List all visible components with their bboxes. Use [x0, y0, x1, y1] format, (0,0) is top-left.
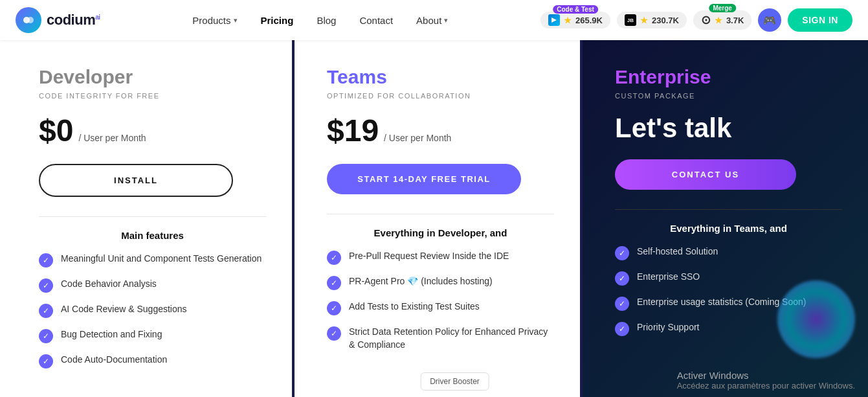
list-item: ✓ Strict Data Retention Policy for Enhan…: [327, 326, 554, 351]
enterprise-price-row: Let's talk: [615, 113, 842, 144]
orb-decoration: [777, 280, 855, 358]
pricing-section: Developer CODE INTEGRITY FOR FREE $0 / U…: [0, 40, 868, 397]
developer-features-title: Main features: [39, 230, 266, 241]
feature-text: AI Code Review & Suggestions: [61, 303, 187, 316]
star-icon-vscode: ★: [564, 16, 572, 25]
nav-pricing[interactable]: Pricing: [252, 10, 303, 31]
vscode-icon: [548, 14, 560, 26]
check-icon: ✓: [327, 326, 341, 341]
logo-icon: [16, 7, 41, 33]
teams-subtitle: OPTIMIZED FOR COLLABORATION: [327, 92, 554, 100]
feature-text: Bug Detection and Fixing: [61, 328, 162, 341]
list-item: ✓ PR-Agent Pro 💎 (Includes hosting): [327, 275, 554, 290]
check-icon: ✓: [327, 251, 341, 265]
github-badge-label: Merge: [709, 4, 735, 12]
windows-notice-subtitle: Accédez aux paramètres pour activer Wind…: [677, 381, 855, 391]
contact-button[interactable]: CONTACT US: [615, 159, 796, 190]
teams-price-per: / User per Month: [384, 133, 451, 143]
check-icon: ✓: [615, 246, 629, 260]
chevron-down-icon-about: ▾: [444, 16, 448, 25]
enterprise-plan-name: Enterprise: [615, 66, 842, 88]
list-item: ✓ Code Behavior Analysis: [39, 278, 266, 293]
trial-button[interactable]: START 14-DAY FREE TRIAL: [327, 164, 521, 194]
enterprise-card: Enterprise CUSTOM PACKAGE Let's talk CON…: [583, 40, 868, 397]
divider: [39, 216, 266, 217]
windows-notice: Activer Windows Accédez aux paramètres p…: [677, 370, 855, 391]
list-item: ✓ Meaningful Unit and Component Tests Ge…: [39, 253, 266, 267]
jetbrains-stat[interactable]: JB ★ 230.7K: [617, 12, 687, 28]
check-icon: ✓: [39, 278, 53, 293]
discord-icon: 🎮: [763, 14, 776, 27]
enterprise-subtitle: CUSTOM PACKAGE: [615, 92, 842, 100]
nav-links: Products ▾ Pricing Blog Contact About ▾: [183, 10, 457, 31]
developer-subtitle: CODE INTEGRITY FOR FREE: [39, 92, 266, 100]
jetbrains-icon: JB: [625, 14, 636, 26]
feature-text: Pre-Pull Request Review Inside the IDE: [349, 250, 509, 263]
chevron-down-icon: ▾: [234, 16, 238, 25]
feature-text: Code Auto-Documentation: [61, 354, 167, 367]
check-icon: ✓: [39, 253, 53, 267]
developer-card: Developer CODE INTEGRITY FOR FREE $0 / U…: [0, 40, 295, 397]
driver-booster-tooltip: Driver Booster: [420, 372, 489, 391]
nav-about[interactable]: About ▾: [407, 10, 457, 31]
check-icon: ✓: [39, 354, 53, 369]
svg-point-1: [27, 17, 34, 23]
check-icon: ✓: [615, 297, 629, 311]
enterprise-features-title: Everything in Teams, and: [615, 223, 842, 234]
github-icon: ⊙: [701, 13, 711, 27]
feature-text: Meaningful Unit and Component Tests Gene…: [61, 253, 262, 266]
star-icon-jetbrains: ★: [640, 16, 648, 25]
nav-contact[interactable]: Contact: [350, 10, 402, 31]
list-item: ✓ Self-hosted Solution: [615, 245, 842, 260]
teams-card: Teams OPTIMIZED FOR COLLABORATION $19 / …: [295, 40, 583, 397]
developer-price-per: / User per Month: [78, 133, 146, 143]
nav-blog[interactable]: Blog: [307, 10, 345, 31]
teams-features-title: Everything in Developer, and: [327, 227, 554, 238]
logo-text: codiumai: [47, 12, 100, 28]
teams-plan-name: Teams: [327, 66, 554, 88]
teams-price-row: $19 / User per Month: [327, 113, 554, 148]
sign-in-button[interactable]: SIGN IN: [788, 8, 852, 32]
vscode-count: 265.9K: [575, 16, 603, 25]
github-count: 3.7K: [726, 16, 744, 25]
windows-notice-title: Activer Windows: [677, 370, 855, 381]
feature-text: PR-Agent Pro 💎 (Includes hosting): [349, 275, 493, 288]
check-icon: ✓: [327, 301, 341, 315]
list-item: ✓ AI Code Review & Suggestions: [39, 303, 266, 318]
check-icon: ✓: [327, 276, 341, 290]
navbar: codiumai Products ▾ Pricing Blog Contact…: [0, 0, 868, 40]
list-item: ✓ Add Tests to Existing Test Suites: [327, 301, 554, 315]
nav-right: Code & Test ★ 265.9K JB ★ 230.7K Merge ⊙…: [540, 8, 852, 32]
vscode-badge-label: Code & Test: [553, 5, 598, 14]
logo[interactable]: codiumai: [16, 7, 100, 33]
feature-text: Enterprise SSO: [637, 271, 700, 284]
feature-text: Add Tests to Existing Test Suites: [349, 301, 480, 313]
divider: [327, 214, 554, 214]
check-icon: ✓: [39, 329, 53, 343]
list-item: ✓ Pre-Pull Request Review Inside the IDE: [327, 250, 554, 265]
feature-text: Priority Support: [637, 321, 699, 334]
enterprise-price: Let's talk: [615, 113, 731, 144]
feature-text: Code Behavior Analysis: [61, 278, 157, 291]
feature-text: Self-hosted Solution: [637, 245, 718, 258]
star-icon-github: ★: [715, 16, 722, 25]
discord-button[interactable]: 🎮: [758, 8, 781, 32]
developer-plan-name: Developer: [39, 66, 266, 88]
feature-text: Strict Data Retention Policy for Enhance…: [349, 326, 554, 351]
nav-products[interactable]: Products ▾: [183, 10, 246, 31]
teams-features-list: ✓ Pre-Pull Request Review Inside the IDE…: [327, 250, 554, 351]
github-stat[interactable]: Merge ⊙ ★ 3.7K: [693, 10, 751, 30]
developer-features-list: ✓ Meaningful Unit and Component Tests Ge…: [39, 253, 266, 369]
teams-price: $19: [327, 113, 379, 148]
developer-price-row: $0 / User per Month: [39, 113, 266, 148]
install-button[interactable]: INSTALL: [39, 164, 233, 197]
developer-price: $0: [39, 113, 73, 148]
check-icon: ✓: [615, 271, 629, 286]
check-icon: ✓: [39, 304, 53, 318]
list-item: ✓ Bug Detection and Fixing: [39, 328, 266, 343]
pricing-cards: Developer CODE INTEGRITY FOR FREE $0 / U…: [0, 40, 868, 397]
list-item: ✓ Code Auto-Documentation: [39, 354, 266, 369]
check-icon: ✓: [615, 322, 629, 336]
jetbrains-count: 230.7K: [652, 16, 679, 25]
vscode-stat[interactable]: Code & Test ★ 265.9K: [540, 12, 610, 28]
